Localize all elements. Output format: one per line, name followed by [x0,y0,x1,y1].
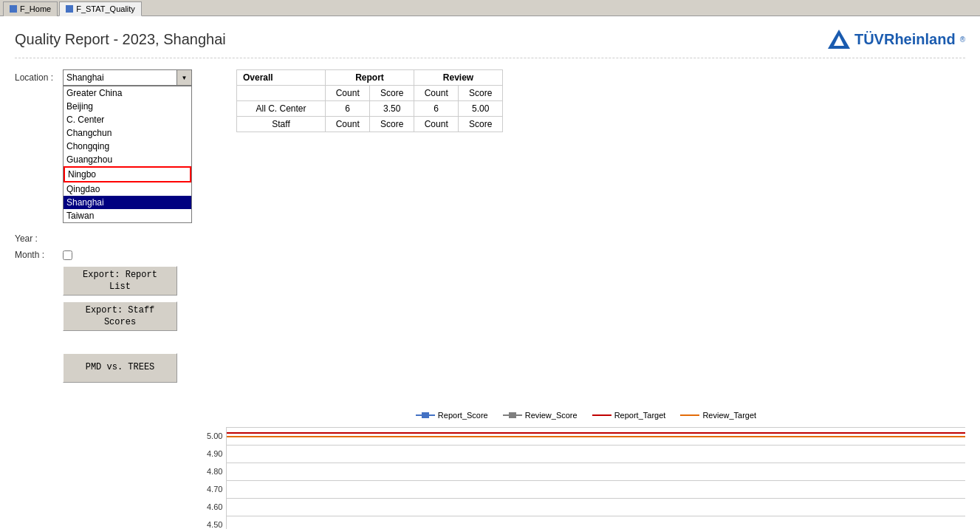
table-overall-header: Overall [237,70,326,86]
table-review-score-header: Score [459,86,503,101]
table-staff-report-score: Score [370,117,414,132]
table-staff-report-count: Count [326,117,370,132]
y-label-460: 4.60 [207,498,222,516]
table-allcenter-label: All C. Center [237,101,326,117]
overall-table: Overall Report Review Count Score Count … [236,69,503,132]
header: Quality Report - 2023, Shanghai TÜVRhein… [15,24,965,58]
chart-area: Report_Score Review_Score Report_Target [207,403,965,529]
export-report-button[interactable]: Export: Report List [63,266,177,296]
y-label-490: 4.90 [207,445,222,463]
month-checkbox[interactable] [63,250,72,260]
chart-legend: Report_Score Review_Score Report_Target [207,411,965,420]
month-row: Month : [15,250,222,260]
export-staff-button[interactable]: Export: Staff Scores [63,301,177,331]
location-row: Location : Shanghai ▼ Greater China Beij… [15,69,222,86]
location-option-chongqing[interactable]: Chongqing [64,140,191,153]
table-review-header: Review [414,70,503,86]
legend-review-target-label: Review_Target [702,411,756,420]
table-allcenter-report-count: 6 [326,101,370,117]
gridline-4 [227,498,965,499]
legend-report-target: Report_Target [592,411,666,420]
location-dropdown-arrow[interactable]: ▼ [177,69,192,86]
location-selected-value[interactable]: Shanghai [63,69,177,86]
review-target-line [227,436,965,437]
table-row-staff: Staff Count Score Count Score [237,117,503,132]
svg-rect-3 [422,412,429,418]
location-option-shanghai[interactable]: Shanghai [64,196,191,209]
year-row: Year : [15,233,222,244]
location-option-greater-china[interactable]: Greater China [64,86,191,100]
tab-fstat[interactable]: F_STAT_Quality [59,1,142,16]
legend-report-score-icon [416,411,435,420]
year-label: Year : [15,233,63,244]
pmd-btn-container: PMD vs. TREES [63,353,222,383]
legend-review-target-icon [680,411,699,420]
location-option-ccenter[interactable]: C. Center [64,113,191,126]
page-title: Quality Report - 2023, Shanghai [15,31,226,48]
gridline-5 [227,516,965,516]
logo-area: TÜVRheinland ® [828,30,965,49]
chart-with-axis: 5.00 4.90 4.80 4.70 4.60 4.50 4.40 [207,427,965,529]
location-option-guangzhou[interactable]: Guangzhou [64,153,191,166]
table-report-count-header: Count [326,86,370,101]
tuv-logo-icon [828,30,850,49]
tab-bar: F_Home F_STAT_Quality [0,0,980,16]
table-allcenter-report-score: 3.50 [370,101,414,117]
svg-rect-5 [509,412,516,418]
location-dropdown-list: Greater China Beijing C. Center Changchu… [63,86,192,223]
main-content: Quality Report - 2023, Shanghai TÜVRhein… [0,16,980,529]
table-row-allcenter: All C. Center 6 3.50 6 5.00 [237,101,503,117]
y-axis: 5.00 4.90 4.80 4.70 4.60 4.50 4.40 [207,427,222,529]
table-staff-label: Staff [237,117,326,132]
y-label-470: 4.70 [207,480,222,498]
report-target-line [227,432,965,434]
y-label-450: 4.50 [207,516,222,529]
fstat-icon [66,5,73,13]
legend-report-target-icon [592,411,611,420]
table-empty-sub [237,86,326,101]
content-area: Location : Shanghai ▼ Greater China Beij… [15,69,965,389]
left-panel: Location : Shanghai ▼ Greater China Beij… [15,69,222,389]
right-panel: Overall Report Review Count Score Count … [236,69,965,389]
legend-report-score: Report_Score [416,411,488,420]
y-label-480: 4.80 [207,463,222,480]
table-report-score-header: Score [370,86,414,101]
gridline-1 [227,445,965,446]
location-label: Location : [15,72,63,83]
pmd-trees-button[interactable]: PMD vs. TREES [63,353,177,383]
location-option-changchun[interactable]: Changchun [64,126,191,140]
month-label: Month : [15,250,63,260]
table-allcenter-review-count: 6 [414,101,459,117]
tab-home-label: F_Home [20,4,51,13]
location-option-taiwan[interactable]: Taiwan [64,209,191,222]
location-option-ningbo[interactable]: Ningbo [64,166,191,182]
tab-fstat-label: F_STAT_Quality [76,4,135,13]
legend-review-score-label: Review_Score [525,411,578,420]
table-report-header: Report [326,70,414,86]
y-label-500: 5.00 [207,427,222,445]
location-dropdown-container: Shanghai ▼ Greater China Beijing C. Cent… [63,69,192,86]
table-staff-review-score: Score [459,117,503,132]
table-staff-review-count: Count [414,117,459,132]
logo-text: TÜVRheinland [854,31,956,48]
table-review-count-header: Count [414,86,459,101]
legend-review-target: Review_Target [680,411,756,420]
legend-review-score: Review_Score [503,411,578,420]
location-option-qingdao[interactable]: Qingdao [64,182,191,196]
table-allcenter-review-score: 5.00 [459,101,503,117]
tab-home[interactable]: F_Home [3,1,58,16]
location-option-beijing[interactable]: Beijing [64,100,191,113]
home-icon [10,5,17,13]
gridline-2 [227,463,965,463]
logo-registered: ® [960,35,965,44]
legend-review-score-icon [503,411,522,420]
legend-report-target-label: Report_Target [614,411,666,420]
gridline-0 [227,427,965,428]
gridline-3 [227,480,965,481]
legend-report-score-label: Report_Score [438,411,488,420]
chart-plot [226,427,965,529]
location-dropdown-display[interactable]: Shanghai ▼ [63,69,192,86]
